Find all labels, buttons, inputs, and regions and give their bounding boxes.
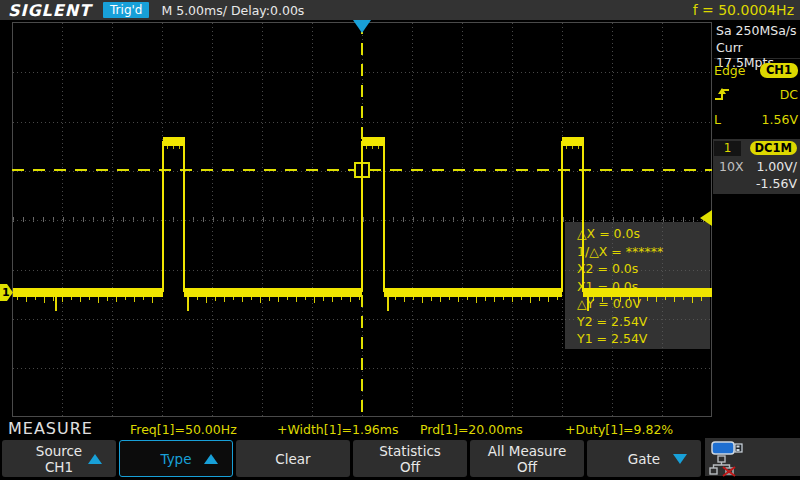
- menu-button-sublabel: Off: [517, 459, 537, 475]
- trigger-position-marker-icon[interactable]: [353, 20, 371, 33]
- menu-button-sublabel: CH1: [45, 459, 73, 475]
- waveform-segment: [163, 137, 185, 146]
- measurement-freq: Freq[1]=50.00Hz: [130, 422, 237, 437]
- menu-button-label: Statistics: [379, 443, 441, 459]
- waveform-segment: [476, 297, 477, 303]
- lan-disconnected-icon: [709, 455, 743, 477]
- waveform-segment: [701, 297, 702, 301]
- waveform-segment: [233, 297, 234, 300]
- waveform-segment: [413, 297, 414, 300]
- waveform-segment: [503, 297, 504, 300]
- waveform-segment: [143, 297, 144, 300]
- waveform-segment: [71, 297, 72, 300]
- channel-number: 1: [714, 141, 741, 156]
- waveform-segment: [548, 297, 549, 302]
- waveform-segment: [629, 297, 630, 300]
- trigger-type: Edge: [714, 63, 745, 78]
- waveform-segment: [341, 297, 342, 300]
- rising-edge-icon: [714, 86, 734, 102]
- waveform-segment: [582, 141, 584, 292]
- acquisition-info-box: Sa 250MSa/s Curr 17.5Mpts: [714, 21, 800, 59]
- waveform-segment: [323, 297, 324, 301]
- trigger-level-value: 1.56V: [762, 112, 798, 127]
- oscilloscope-screen: SIGLENT Trig'd M 5.00ms/ Delay:0.00s f =…: [0, 0, 800, 480]
- waveform-segment: [162, 141, 164, 292]
- waveform-segment: [539, 297, 540, 301]
- waveform-segment: [44, 297, 45, 303]
- waveform-segment: [384, 288, 562, 297]
- waveform-segment: [359, 297, 360, 300]
- waveform-segment: [173, 146, 174, 149]
- statistics-button[interactable]: StatisticsOff: [353, 440, 467, 477]
- waveform-segment: [372, 146, 373, 149]
- softkey-menu: SourceCH1TypeClearStatisticsOffAll Measu…: [0, 438, 800, 480]
- waveform-segment: [184, 288, 362, 297]
- waveform-segment: [362, 137, 385, 146]
- menu-button-label: Type: [160, 451, 191, 467]
- probe-attenuation: 10X: [719, 159, 743, 174]
- waveform-segment: [260, 297, 261, 303]
- trigger-level-marker-icon[interactable]: [700, 210, 712, 226]
- waveform-segment: [183, 141, 185, 292]
- waveform-segment: [350, 297, 351, 302]
- gate-button[interactable]: Gate: [587, 440, 701, 477]
- waveform-segment: [512, 297, 513, 302]
- waveform-segment: [62, 297, 63, 302]
- vertical-offset: -1.56V: [756, 176, 797, 191]
- waveform-segment: [692, 297, 693, 303]
- waveform-segment: [269, 297, 270, 301]
- waveform-segment: [314, 297, 315, 303]
- waveform-segment: [638, 297, 639, 303]
- waveform-segment: [13, 288, 163, 297]
- waveform-segment: [583, 288, 712, 297]
- waveform-segment: [674, 297, 675, 302]
- channel1-info-box[interactable]: 1 DC1M 10X 1.00V/ -1.56V: [713, 139, 800, 194]
- waveform-canvas: [0, 0, 800, 480]
- waveform-segment: [215, 297, 216, 301]
- menu-button-label: All Measure: [488, 443, 566, 459]
- waveform-segment: [620, 297, 621, 302]
- chevron-up-icon: [204, 454, 218, 464]
- trigger-source-badge: CH1: [760, 63, 798, 78]
- waveform-segment: [647, 297, 648, 301]
- waveform-segment: [572, 146, 573, 149]
- waveform-segment: [125, 297, 126, 300]
- waveform-segment: [55, 297, 57, 311]
- waveform-segment: [656, 297, 657, 302]
- waveform-segment: [152, 297, 153, 303]
- waveform-segment: [378, 146, 379, 149]
- waveform-segment: [602, 297, 603, 302]
- menu-button-label: Source: [36, 443, 82, 459]
- waveform-segment: [566, 146, 567, 149]
- menu-button-sublabel: Off: [400, 459, 420, 475]
- waveform-segment: [440, 297, 441, 302]
- waveform-segment: [167, 146, 168, 149]
- waveform-segment: [458, 297, 459, 302]
- waveform-segment: [467, 297, 468, 300]
- waveform-segment: [89, 297, 90, 300]
- io-status-panel: [705, 438, 800, 476]
- type-button[interactable]: Type: [119, 440, 233, 477]
- all-measure-button[interactable]: All MeasureOff: [470, 440, 584, 477]
- measure-bar: MEASURE Freq[1]=50.00Hz +Width[1]=1.96ms…: [0, 419, 800, 438]
- clear-button[interactable]: Clear: [236, 440, 350, 477]
- source-button[interactable]: SourceCH1: [2, 440, 116, 477]
- waveform-segment: [242, 297, 243, 302]
- waveform-segment: [251, 297, 252, 300]
- menu-button-label: Gate: [628, 451, 660, 467]
- chevron-down-icon: [673, 454, 687, 464]
- waveform-segment: [683, 297, 684, 300]
- trigger-coupling: DC: [780, 87, 798, 102]
- waveform-segment: [206, 297, 207, 303]
- waveform-segment: [449, 297, 450, 300]
- waveform-segment: [611, 297, 612, 300]
- waveform-segment: [332, 297, 333, 302]
- waveform-segment: [305, 297, 306, 300]
- waveform-segment: [98, 297, 99, 303]
- waveform-segment: [404, 297, 405, 302]
- waveform-segment: [422, 297, 423, 303]
- waveform-segment: [116, 297, 117, 302]
- vertical-scale: 1.00V/: [756, 159, 797, 174]
- waveform-segment: [431, 297, 432, 301]
- waveform-segment: [278, 297, 279, 302]
